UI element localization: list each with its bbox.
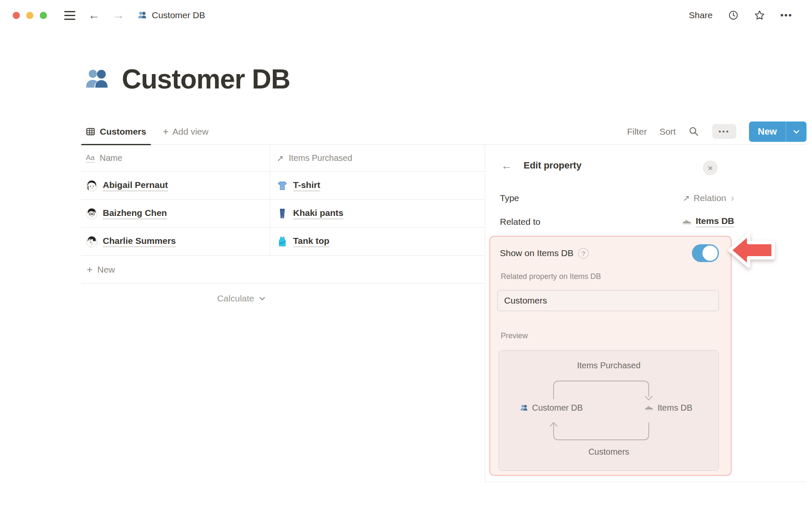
new-row-label: New (97, 265, 115, 275)
related-property-input[interactable] (497, 290, 719, 311)
tab-customers[interactable]: Customers (81, 119, 151, 144)
preview-left-label: Customer DB (532, 403, 583, 413)
items-cell[interactable]: Khaki pants (270, 200, 484, 227)
people-icon (520, 404, 528, 412)
search-icon[interactable] (689, 126, 700, 137)
customer-page-link[interactable]: Baizheng Chen (103, 208, 167, 219)
table-row: Charlie Summers Tank top (81, 228, 484, 256)
avatar (86, 180, 98, 192)
highlighted-section: Show on Items DB ? Related property on I… (489, 236, 732, 476)
new-button-dropdown[interactable] (786, 121, 807, 142)
show-on-row: Show on Items DB ? (500, 244, 719, 262)
people-icon (138, 11, 147, 20)
jeans-icon (277, 208, 288, 219)
text-property-icon: Aa (86, 154, 95, 163)
zoom-window-button[interactable] (40, 12, 47, 19)
preview-right-label: Items DB (658, 403, 692, 413)
customers-table: Aa Name ↗ Items Purchased Abigail Pernau… (81, 145, 484, 313)
sneaker-icon (682, 217, 692, 227)
preview-forward-property: Items Purchased (499, 361, 719, 370)
new-record-button[interactable]: New (749, 121, 807, 142)
new-button-label[interactable]: New (749, 121, 786, 142)
page-title: Customer DB (85, 64, 290, 95)
column-header-items-purchased[interactable]: ↗ Items Purchased (270, 145, 484, 171)
more-options-icon[interactable]: ••• (780, 10, 793, 21)
item-page-link[interactable]: Tank top (293, 236, 329, 247)
preview-label: Preview (501, 331, 528, 340)
calculate-label: Calculate (217, 293, 254, 304)
related-to-row: Related to Items DB (500, 216, 734, 227)
sort-button[interactable]: Sort (659, 127, 676, 137)
sneaker-icon (644, 403, 654, 413)
tab-label: Customers (100, 127, 146, 137)
related-property-label: Related property on Items DB (501, 272, 601, 281)
help-icon[interactable]: ? (578, 248, 589, 259)
item-page-link[interactable]: Khaki pants (293, 208, 343, 219)
column-header-name[interactable]: Aa Name (81, 145, 270, 171)
plus-icon: + (87, 264, 93, 276)
window-titlebar: ← → Customer DB Share ••• (0, 0, 812, 30)
item-page-link[interactable]: T-shirt (293, 180, 320, 191)
relation-icon: ↗ (277, 153, 284, 163)
type-row: Type ↗ Relation › (500, 192, 734, 204)
add-view-button[interactable]: + Add view (163, 126, 208, 138)
new-row-button[interactable]: + New (81, 256, 484, 284)
column-label: Items Purchased (289, 153, 352, 163)
column-label: Name (100, 153, 122, 163)
type-value: Relation (694, 193, 726, 203)
related-to-label: Related to (500, 217, 540, 227)
breadcrumb[interactable]: Customer DB (138, 10, 205, 20)
calculate-button[interactable]: Calculate (81, 284, 270, 313)
close-icon[interactable]: × (703, 160, 718, 175)
table-view-icon (86, 127, 95, 136)
forward-icon[interactable]: → (112, 9, 124, 21)
view-options-icon[interactable]: ••• (712, 124, 736, 139)
related-db-link[interactable]: Items DB (696, 216, 734, 227)
customer-page-link[interactable]: Abigail Pernaut (103, 180, 168, 191)
relation-preview-diagram: Items Purchased Customer DB Items DB Cus… (499, 350, 719, 471)
name-cell[interactable]: Abigail Pernaut (81, 172, 270, 199)
favorite-star-icon[interactable] (754, 10, 765, 21)
preview-reverse-property: Customers (499, 447, 719, 457)
avatar (86, 208, 98, 220)
filter-button[interactable]: Filter (627, 127, 647, 137)
items-cell[interactable]: Tank top (270, 228, 484, 255)
related-to-value-button[interactable]: Items DB (682, 216, 734, 227)
name-cell[interactable]: Baizheng Chen (81, 200, 270, 227)
type-label: Type (500, 193, 519, 203)
relation-icon: ↗ (683, 193, 690, 203)
close-window-button[interactable] (13, 12, 20, 19)
plus-icon: + (163, 126, 169, 138)
table-row: Abigail Pernaut T-shirt (81, 172, 484, 200)
panel-header: ← Edit property (501, 160, 722, 171)
items-cell[interactable]: T-shirt (270, 172, 484, 199)
chevron-down-icon (258, 294, 267, 303)
minimize-window-button[interactable] (26, 12, 33, 19)
annotation-arrow-icon (727, 229, 776, 272)
table-header-row: Aa Name ↗ Items Purchased (81, 145, 484, 172)
chevron-right-icon: › (731, 192, 734, 204)
preview-customer-db: Customer DB (520, 403, 583, 413)
table-row: Baizheng Chen Khaki pants (81, 200, 484, 228)
tank-top-icon (277, 236, 288, 247)
tshirt-icon (277, 180, 288, 191)
edit-property-panel: ← Edit property × Type ↗ Relation › Rela… (485, 145, 807, 482)
show-on-label: Show on Items DB (500, 248, 573, 258)
customer-page-link[interactable]: Charlie Summers (103, 236, 176, 247)
page-title-text: Customer DB (122, 64, 290, 95)
type-value-button[interactable]: ↗ Relation › (683, 192, 734, 204)
chevron-down-icon (792, 127, 801, 136)
avatar (86, 236, 98, 248)
history-clock-icon[interactable] (728, 10, 739, 21)
share-button[interactable]: Share (689, 10, 713, 20)
toggle-knob (702, 246, 718, 261)
preview-items-db: Items DB (644, 403, 692, 413)
sidebar-menu-icon[interactable] (64, 11, 75, 20)
back-icon[interactable]: ← (88, 9, 100, 21)
name-cell[interactable]: Charlie Summers (81, 228, 270, 255)
app-window: ← → Customer DB Share ••• Customer DB Cu… (0, 0, 812, 508)
back-icon[interactable]: ← (501, 160, 512, 171)
panel-title: Edit property (524, 160, 582, 171)
show-on-items-db-toggle[interactable] (692, 244, 719, 262)
people-icon (85, 66, 110, 92)
